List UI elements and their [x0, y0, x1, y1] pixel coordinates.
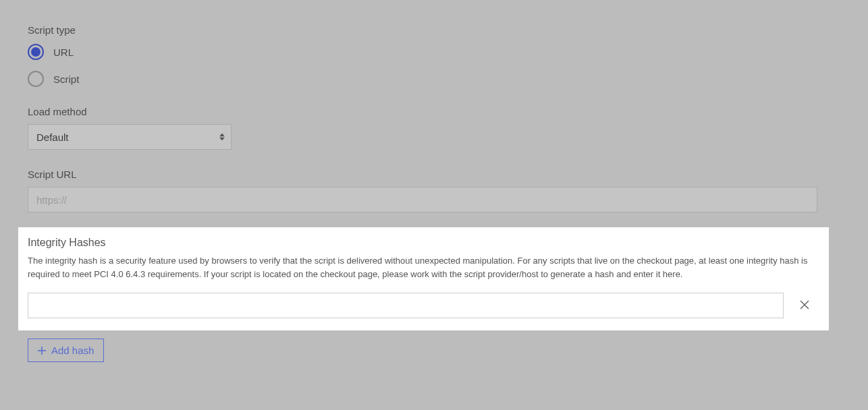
script-url-field: Script URL: [28, 169, 840, 212]
script-type-radio-group: URL Script: [28, 44, 840, 87]
add-hash-label: Add hash: [51, 345, 94, 356]
radio-icon: [28, 71, 44, 87]
script-type-label: Script type: [28, 24, 840, 36]
hash-input[interactable]: [28, 293, 784, 318]
script-url-label: Script URL: [28, 169, 840, 180]
radio-option-url[interactable]: URL: [28, 44, 840, 60]
load-method-label: Load method: [28, 106, 840, 117]
load-method-select[interactable]: Default: [28, 124, 232, 150]
integrity-hashes-description: The integrity hash is a security feature…: [28, 254, 819, 281]
integrity-hashes-panel: Integrity Hashes The integrity hash is a…: [18, 227, 829, 330]
close-icon: [800, 300, 809, 312]
radio-label-script: Script: [53, 74, 79, 85]
add-hash-button[interactable]: Add hash: [28, 339, 104, 362]
integrity-hashes-title: Integrity Hashes: [28, 237, 819, 249]
script-type-field: Script type URL Script: [28, 24, 840, 87]
plus-icon: [38, 347, 46, 355]
radio-label-url: URL: [53, 47, 74, 58]
radio-icon: [28, 44, 44, 60]
script-url-input[interactable]: [28, 187, 817, 212]
hash-row: [28, 293, 819, 318]
remove-hash-button[interactable]: [797, 297, 812, 314]
load-method-field: Load method Default: [28, 106, 840, 150]
radio-option-script[interactable]: Script: [28, 71, 840, 87]
form-container: Script type URL Script Load method Defau…: [0, 0, 868, 376]
load-method-value: Default: [36, 131, 69, 143]
